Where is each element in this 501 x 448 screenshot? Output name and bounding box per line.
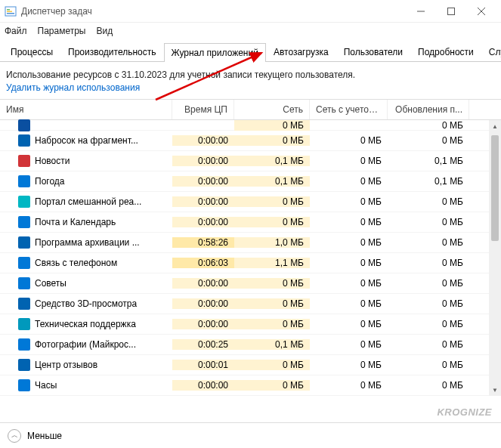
cell-updates: 0,1 МБ: [388, 156, 469, 166]
app-icon: [18, 196, 30, 208]
app-name-label: Средство 3D-просмотра: [35, 298, 137, 309]
vertical-scrollbar[interactable]: ▲ ▼: [489, 120, 501, 396]
cell-network: 0,1 МБ: [234, 176, 310, 187]
cell-name: [0, 119, 172, 131]
cell-network: 0 МБ: [234, 360, 310, 370]
col-network[interactable]: Сеть: [234, 100, 310, 119]
svg-rect-2: [7, 11, 12, 12]
app-icon: [18, 359, 30, 371]
cell-updates: 0 МБ: [388, 339, 469, 350]
titlebar: Диспетчер задач: [0, 0, 501, 23]
col-cpu-time[interactable]: Время ЦП: [172, 100, 234, 119]
app-name-label: Связь с телефоном: [35, 258, 117, 268]
chevron-up-icon[interactable]: ︿: [8, 429, 21, 443]
tab-app-history[interactable]: Журнал приложений: [164, 43, 266, 62]
cell-network: 0 МБ: [234, 135, 310, 146]
cell-updates: 0 МБ: [388, 360, 469, 370]
usage-info: Использование ресурсов с 31.10.2023 для …: [0, 62, 501, 82]
table-row[interactable]: Связь с телефоном0:06:031,1 МБ0 МБ0 МБ: [0, 253, 501, 273]
app-history-grid: Имя Время ЦП Сеть Сеть с учетом т... Обн…: [0, 99, 501, 396]
tab-users[interactable]: Пользователи: [336, 42, 410, 61]
cell-updates: 0 МБ: [388, 135, 469, 146]
svg-rect-5: [448, 8, 455, 14]
cell-updates: 0 МБ: [388, 196, 469, 207]
cell-name: Набросок на фрагмент...: [0, 134, 172, 147]
menu-file[interactable]: Файл: [5, 26, 27, 36]
tab-processes[interactable]: Процессы: [3, 42, 60, 61]
cell-name: Техническая поддержка: [0, 318, 172, 330]
cell-network: 1,0 МБ: [234, 237, 310, 248]
table-row[interactable]: Почта и Календарь0:00:000 МБ0 МБ0 МБ: [0, 212, 501, 233]
menubar: Файл Параметры Вид: [0, 23, 501, 39]
cell-cpu-time: 0:00:00: [172, 298, 234, 309]
delete-history-link[interactable]: Удалить журнал использования: [0, 82, 501, 99]
cell-metered: 0 МБ: [310, 237, 388, 248]
tab-startup[interactable]: Автозагрузка: [266, 42, 336, 61]
app-name-label: Новости: [35, 156, 70, 166]
maximize-button[interactable]: [436, 0, 466, 23]
scrollbar-thumb[interactable]: [491, 135, 499, 241]
table-row[interactable]: Часы0:00:000 МБ0 МБ0 МБ: [0, 375, 501, 396]
table-row[interactable]: Советы0:00:000 МБ0 МБ0 МБ: [0, 273, 501, 294]
menu-options[interactable]: Параметры: [38, 26, 86, 36]
table-row[interactable]: Центр отзывов0:00:010 МБ0 МБ0 МБ: [0, 355, 501, 375]
col-name[interactable]: Имя: [0, 100, 172, 119]
table-row[interactable]: Фотографии (Майкрос...0:00:250,1 МБ0 МБ0…: [0, 335, 501, 355]
cell-name: Фотографии (Майкрос...: [0, 338, 172, 351]
cell-network: 0 МБ: [234, 120, 310, 131]
cell-network: 0,1 МБ: [234, 156, 310, 166]
scroll-down-icon[interactable]: ▼: [489, 384, 501, 396]
app-icon: [18, 175, 30, 187]
cell-name: Советы: [0, 277, 172, 289]
cell-name: Новости: [0, 155, 172, 167]
cell-cpu-time: 0:58:26: [172, 237, 234, 248]
app-name-label: Набросок на фрагмент...: [35, 135, 138, 146]
table-row[interactable]: Средство 3D-просмотра0:00:000 МБ0 МБ0 МБ: [0, 294, 501, 314]
app-icon: [18, 277, 30, 289]
table-row[interactable]: Техническая поддержка0:00:000 МБ0 МБ0 МБ: [0, 314, 501, 335]
cell-name: Часы: [0, 379, 172, 391]
app-icon: [18, 298, 30, 310]
cell-network: 0 МБ: [234, 278, 310, 289]
cell-metered: 0 МБ: [310, 135, 388, 146]
app-icon: [18, 379, 30, 391]
menu-view[interactable]: Вид: [96, 26, 113, 36]
table-row[interactable]: Набросок на фрагмент...0:00:000 МБ0 МБ0 …: [0, 131, 501, 151]
grid-body: 0 МБ0 МБНабросок на фрагмент...0:00:000 …: [0, 120, 501, 396]
svg-rect-3: [7, 13, 14, 14]
table-row[interactable]: Новости0:00:000,1 МБ0 МБ0,1 МБ: [0, 151, 501, 171]
fewer-details-button[interactable]: Меньше: [27, 431, 62, 441]
col-updates[interactable]: Обновления п...: [388, 100, 469, 119]
cell-metered: 0 МБ: [310, 176, 388, 187]
cell-cpu-time: 0:00:00: [172, 135, 234, 146]
cell-cpu-time: 0:00:00: [172, 196, 234, 207]
app-icon: [18, 338, 30, 351]
cell-updates: 0 МБ: [388, 237, 469, 248]
app-name-label: Техническая поддержка: [35, 319, 136, 329]
cell-name: Центр отзывов: [0, 359, 172, 371]
col-metered[interactable]: Сеть с учетом т...: [310, 100, 388, 119]
table-row[interactable]: Программа архивации ...0:58:261,0 МБ0 МБ…: [0, 233, 501, 253]
cell-updates: 0 МБ: [388, 298, 469, 309]
tab-services[interactable]: Службы: [481, 42, 501, 61]
app-name-label: Программа архивации ...: [35, 237, 140, 248]
cell-metered: 0 МБ: [310, 217, 388, 227]
table-row[interactable]: Портал смешанной реа...0:00:000 МБ0 МБ0 …: [0, 192, 501, 212]
cell-cpu-time: 0:00:25: [172, 339, 234, 350]
app-icon: [18, 318, 30, 330]
cell-network: 0 МБ: [234, 380, 310, 391]
minimize-button[interactable]: [406, 0, 436, 23]
cell-updates: 0 МБ: [388, 278, 469, 289]
cell-network: 0 МБ: [234, 298, 310, 309]
table-row[interactable]: 0 МБ0 МБ: [0, 120, 501, 131]
tab-details[interactable]: Подробности: [410, 42, 481, 61]
app-name-label: Портал смешанной реа...: [35, 196, 141, 207]
tab-performance[interactable]: Производительность: [60, 42, 163, 61]
window-title: Диспетчер задач: [21, 6, 406, 17]
app-icon: [18, 155, 30, 167]
cell-name: Средство 3D-просмотра: [0, 298, 172, 310]
table-row[interactable]: Погода0:00:000,1 МБ0 МБ0,1 МБ: [0, 171, 501, 192]
app-name-label: Фотографии (Майкрос...: [35, 339, 136, 350]
close-button[interactable]: [466, 0, 496, 23]
scroll-up-icon[interactable]: ▲: [489, 120, 501, 132]
